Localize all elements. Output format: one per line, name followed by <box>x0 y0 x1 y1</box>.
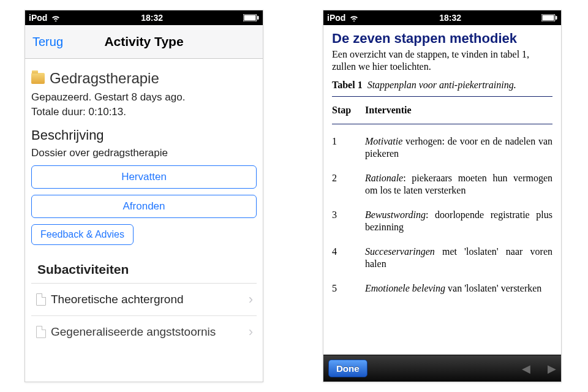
step-number: 5 <box>332 282 356 295</box>
intervention-text: Bewustwording: doorlopende registratie p… <box>365 209 552 233</box>
table-header: Stap Interventie <box>332 102 552 119</box>
table-body: 1Motivatie verhogen: de voor en de nadel… <box>332 129 552 301</box>
step-number: 4 <box>332 246 356 270</box>
subactivities-header: Subactiviteiten <box>37 262 257 277</box>
table-row: 3Bewustwording: doorlopende registratie … <box>332 203 552 239</box>
intervention-text: Succeservaringen met 'loslaten' naar vor… <box>365 246 552 270</box>
list-item[interactable]: Gegeneraliseerde angststoornis › <box>31 315 257 348</box>
next-page-button[interactable]: ▶ <box>548 362 556 375</box>
resume-button[interactable]: Hervatten <box>31 165 257 189</box>
status-line-2: Totale duur: 0:10:13. <box>31 105 257 119</box>
list-item-label: Theoretische achtergrond <box>51 293 184 306</box>
status-bar: iPod 18:32 <box>25 10 263 25</box>
wifi-icon <box>349 14 359 21</box>
activity-name: Gedragstherapie <box>50 70 159 87</box>
svg-rect-2 <box>257 16 259 20</box>
svg-rect-4 <box>543 15 554 21</box>
document-icon <box>36 293 46 306</box>
device-label: iPod <box>29 13 47 23</box>
step-number: 1 <box>332 135 356 160</box>
phone-right: iPod 18:32 De zeven stappen methodiek Ee… <box>323 10 562 382</box>
table-row: 4Succeservaringen met 'loslaten' naar vo… <box>332 239 552 276</box>
col-step: Stap <box>332 104 356 116</box>
battery-icon <box>541 14 557 21</box>
clock: 18:32 <box>141 13 163 23</box>
intervention-text: Emotionele beleving van 'loslaten' verst… <box>365 282 552 295</box>
table-row: 5Emotionele beleving van 'loslaten' vers… <box>332 276 552 301</box>
content-area: Gedragstherapie Gepauzeerd. Gestart 8 da… <box>25 59 263 348</box>
intervention-text: Rationale: piekeraars moeten hun vermoge… <box>365 172 552 197</box>
chevron-right-icon: › <box>249 292 253 307</box>
table-label: Tabel 1 <box>332 80 363 90</box>
feedback-button[interactable]: Feedback & Advies <box>31 224 134 245</box>
chevron-right-icon: › <box>249 324 253 340</box>
description-header: Beschrijving <box>31 127 257 143</box>
clock: 18:32 <box>439 13 461 23</box>
status-bar: iPod 18:32 <box>323 10 561 25</box>
svg-rect-1 <box>244 15 256 21</box>
document-view[interactable]: De zeven stappen methodiek Een overzicht… <box>323 25 561 356</box>
phone-left: iPod 18:32 Terug Activity Type Gedragsth… <box>24 10 263 382</box>
table-caption: Tabel 1 Stappenplan voor anti-piekertrai… <box>332 79 552 91</box>
finish-button[interactable]: Afronden <box>31 195 257 218</box>
table-row: 1Motivatie verhogen: de voor en de nadel… <box>332 129 552 166</box>
list-item[interactable]: Theoretische achtergrond › <box>31 283 257 315</box>
back-button[interactable]: Terug <box>32 35 63 49</box>
battery-icon <box>243 14 259 21</box>
svg-rect-5 <box>556 16 557 20</box>
step-number: 3 <box>332 209 356 233</box>
done-button[interactable]: Done <box>328 360 368 377</box>
doc-subtitle: Een overzicht van de stappen, te vinden … <box>332 48 552 73</box>
col-intervention: Interventie <box>365 104 412 116</box>
intervention-text: Motivatie verhogen: de voor en de nadele… <box>365 135 552 160</box>
doc-title: De zeven stappen methodiek <box>332 30 552 47</box>
nav-bar: Terug Activity Type <box>25 25 263 59</box>
list-item-label: Gegeneraliseerde angststoornis <box>51 325 216 339</box>
wifi-icon <box>51 14 61 21</box>
folder-icon <box>31 73 45 84</box>
page-title: Activity Type <box>104 34 183 49</box>
table-caption-text: Stappenplan voor anti-piekertraining. <box>368 80 516 90</box>
doc-toolbar: Done ◀ ▶ <box>323 355 561 382</box>
document-icon <box>36 326 46 338</box>
activity-header: Gedragstherapie <box>31 70 257 87</box>
table-rule <box>332 96 552 97</box>
table-row: 2Rationale: piekeraars moeten hun vermog… <box>332 166 552 203</box>
step-number: 2 <box>332 172 356 197</box>
table-rule <box>332 124 552 124</box>
prev-page-button[interactable]: ◀ <box>522 362 530 375</box>
description-text: Dossier over gedragstherapie <box>31 147 257 159</box>
device-label: iPod <box>327 13 345 23</box>
status-line-1: Gepauzeerd. Gestart 8 days ago. <box>31 91 257 104</box>
